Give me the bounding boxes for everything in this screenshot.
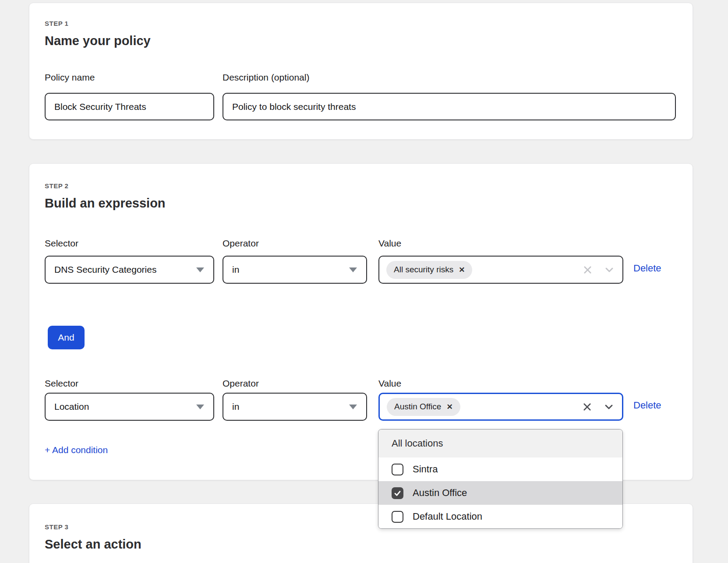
caret-down-icon xyxy=(196,405,204,409)
operator-dropdown-row1-value: in xyxy=(232,264,239,275)
policy-name-input[interactable] xyxy=(45,93,214,120)
selector-dropdown-row2[interactable]: Location xyxy=(45,393,214,421)
dropdown-option-austin-office[interactable]: Austin Office xyxy=(378,481,622,505)
caret-down-icon xyxy=(349,405,357,409)
checkbox-unchecked-icon[interactable] xyxy=(392,464,403,475)
selector-dropdown-row2-value: Location xyxy=(54,401,89,412)
delete-condition-row2-link[interactable]: Delete xyxy=(633,400,661,411)
chevron-down-icon[interactable] xyxy=(604,264,615,275)
step3-label: STEP 3 xyxy=(45,523,68,531)
tag-remove-icon[interactable]: ✕ xyxy=(446,403,452,411)
dropdown-option-label: Default Location xyxy=(413,511,482,522)
delete-condition-row1-link[interactable]: Delete xyxy=(633,263,661,274)
operator-column-label: Operator xyxy=(223,238,367,249)
location-dropdown-panel: All locations Sintra Austin Office Defau… xyxy=(378,429,623,529)
selector-column-label: Selector xyxy=(45,238,214,249)
clear-value-icon[interactable] xyxy=(582,402,592,412)
dropdown-option-label: Sintra xyxy=(413,464,438,475)
dropdown-option-label: Austin Office xyxy=(413,487,467,499)
checkbox-checked-icon[interactable] xyxy=(392,487,403,499)
clear-value-icon[interactable] xyxy=(583,265,593,275)
selector-column-label: Selector xyxy=(45,378,214,389)
operator-dropdown-row2[interactable]: in xyxy=(223,393,367,421)
step2-title: Build an expression xyxy=(45,196,166,211)
value-multiselect-row2[interactable]: Austin Office ✕ xyxy=(378,393,623,421)
caret-down-icon xyxy=(349,267,357,272)
policy-name-label: Policy name xyxy=(45,72,95,83)
checkbox-unchecked-icon[interactable] xyxy=(392,511,403,523)
step2-label: STEP 2 xyxy=(45,182,68,190)
dropdown-option-all-locations[interactable]: All locations xyxy=(378,429,622,457)
add-condition-link[interactable]: + Add condition xyxy=(45,445,108,455)
tag-remove-icon[interactable]: ✕ xyxy=(459,266,465,274)
dropdown-option-default-location[interactable]: Default Location xyxy=(378,505,622,528)
step3-title: Select an action xyxy=(45,537,141,552)
chevron-down-icon[interactable] xyxy=(604,401,614,412)
description-input[interactable] xyxy=(223,93,676,120)
caret-down-icon xyxy=(196,267,204,272)
operator-dropdown-row1[interactable]: in xyxy=(223,256,367,284)
selector-dropdown-row1[interactable]: DNS Security Categories xyxy=(45,256,214,284)
step1-title: Name your policy xyxy=(45,34,151,48)
step1-label: STEP 1 xyxy=(45,20,68,27)
selector-dropdown-row1-value: DNS Security Categories xyxy=(54,264,156,275)
value-tag: Austin Office ✕ xyxy=(387,398,460,416)
value-tag-label: Austin Office xyxy=(394,402,441,412)
operator-dropdown-row2-value: in xyxy=(232,401,239,412)
operator-column-label: Operator xyxy=(223,378,367,389)
value-tag: All security risks ✕ xyxy=(386,261,472,279)
and-operator-button[interactable]: And xyxy=(48,326,85,349)
dropdown-option-sintra[interactable]: Sintra xyxy=(378,457,622,481)
value-column-label: Value xyxy=(378,378,623,389)
step1-card: STEP 1 Name your policy Policy name Desc… xyxy=(29,3,693,140)
description-label: Description (optional) xyxy=(223,72,309,83)
value-column-label: Value xyxy=(378,238,623,249)
value-multiselect-row1[interactable]: All security risks ✕ xyxy=(378,256,623,284)
value-tag-label: All security risks xyxy=(394,265,453,274)
